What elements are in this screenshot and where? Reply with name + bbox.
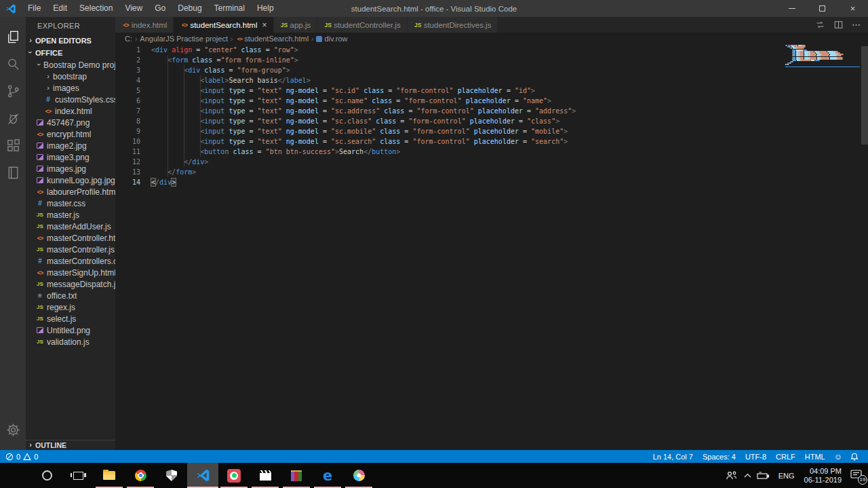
tab-index.html[interactable]: <>index.html bbox=[115, 17, 174, 33]
tree-item-master-css[interactable]: #master.css bbox=[26, 198, 115, 209]
menu-go[interactable]: Go bbox=[149, 0, 172, 17]
tree-item-mastercontroller-html[interactable]: <>masterController.html bbox=[26, 232, 115, 244]
code-line-12[interactable]: </div> bbox=[151, 157, 868, 167]
breadcrumb-item-studentsearch-html[interactable]: <>studentSearch.html bbox=[235, 35, 309, 43]
editor-scrollbar[interactable] bbox=[861, 46, 868, 145]
breadcrumb-item-angularjs-practise-project[interactable]: AngularJS Practise project bbox=[140, 35, 228, 43]
taskbar-winrar[interactable] bbox=[281, 463, 312, 488]
tree-item-457467-png[interactable]: 457467.png bbox=[26, 117, 115, 128]
problems-status[interactable]: 0 0 bbox=[0, 453, 38, 461]
activity-source-control[interactable] bbox=[0, 77, 26, 105]
tree-item-untitled-png[interactable]: Untitled.png bbox=[26, 324, 115, 336]
taskbar-vscode[interactable] bbox=[187, 463, 218, 488]
taskbar-paint-3d[interactable] bbox=[343, 463, 374, 488]
tree-item-masteradduser-js[interactable]: JSmasterAddUser.js bbox=[26, 221, 115, 232]
code-line-13[interactable]: </form> bbox=[151, 167, 868, 177]
open-editors-section[interactable]: › OPEN EDITORS bbox=[26, 35, 115, 47]
tree-item-regex-js[interactable]: JSregex.js bbox=[26, 301, 115, 313]
clock[interactable]: 04:09 PM 06-11-2019 bbox=[802, 467, 844, 485]
status-crlf[interactable]: CRLF bbox=[771, 453, 800, 461]
battery-icon[interactable] bbox=[757, 471, 772, 481]
code-area[interactable]: 1234567891011121314 <div align = "center… bbox=[115, 45, 868, 450]
tree-item-office-txt[interactable]: ≡office.txt bbox=[26, 290, 115, 301]
taskbar-defender[interactable] bbox=[156, 463, 187, 488]
menu-view[interactable]: View bbox=[119, 0, 149, 17]
taskbar-start[interactable] bbox=[0, 463, 31, 488]
code-line-9[interactable]: <input type = "text" ng-model = "sc.mobi… bbox=[151, 126, 868, 136]
code-line-2[interactable]: <form class ="form form-inline"> bbox=[151, 55, 868, 65]
status-html[interactable]: HTML bbox=[800, 453, 830, 461]
tree-item-mastersignup-html[interactable]: <>masterSignUp.html bbox=[26, 267, 115, 278]
tree-item-kunnellogo-jpg-jpg[interactable]: kunnelLogo.jpg.jpg bbox=[26, 174, 115, 186]
status-utf-8[interactable]: UTF-8 bbox=[741, 453, 771, 461]
taskbar-file-explorer[interactable] bbox=[94, 463, 125, 488]
tree-item-labourerprofile-html[interactable]: <>labourerProfile.html bbox=[26, 186, 115, 198]
code-line-8[interactable]: <input type = "text" ng-model = "sc.clas… bbox=[151, 116, 868, 126]
tree-item-validation-js[interactable]: JSvalidation.js bbox=[26, 336, 115, 348]
more-actions-icon[interactable]: ⋯ bbox=[852, 20, 861, 30]
menu-terminal[interactable]: Terminal bbox=[208, 0, 251, 17]
notification-center[interactable]: 19 bbox=[849, 468, 865, 483]
minimize-button[interactable] bbox=[776, 0, 807, 17]
minimap[interactable] bbox=[785, 45, 860, 67]
menu-help[interactable]: Help bbox=[251, 0, 280, 17]
tree-item-mastercontroller-js[interactable]: JSmasterController.js bbox=[26, 244, 115, 255]
code-line-10[interactable]: <input type = "text" ng-model = "sc.sear… bbox=[151, 136, 868, 147]
close-icon[interactable]: × bbox=[262, 20, 267, 30]
code-line-1[interactable]: <div align = "center" class = "row"> bbox=[151, 45, 868, 55]
breadcrumb-item-div-row[interactable]: div.row bbox=[316, 35, 347, 43]
activity-debug[interactable] bbox=[0, 105, 26, 132]
tree-item-image3-png[interactable]: image3.png bbox=[26, 151, 115, 163]
tree-item-select-js[interactable]: JSselect.js bbox=[26, 313, 115, 324]
code-line-3[interactable]: <div class = "form-group"> bbox=[151, 65, 868, 75]
status-ln-14-col-7[interactable]: Ln 14, Col 7 bbox=[648, 453, 698, 461]
activity-manage[interactable] bbox=[0, 416, 26, 443]
code-line-7[interactable]: <input type = "text" ng-model = "sc.addr… bbox=[151, 106, 868, 116]
tree-item-messagedispatch-js[interactable]: JSmessageDispatch.js bbox=[26, 278, 115, 290]
notifications-bell-icon[interactable] bbox=[846, 453, 863, 461]
tree-item-encrypt-html[interactable]: <>encrypt.html bbox=[26, 128, 115, 140]
maximize-button[interactable] bbox=[807, 0, 837, 17]
breadcrumb-item-c-[interactable]: C: bbox=[125, 35, 132, 43]
tree-item-master-js[interactable]: JSmaster.js bbox=[26, 209, 115, 221]
tree-item-image2-jpg[interactable]: image2.jpg bbox=[26, 140, 115, 151]
taskbar-task-view[interactable] bbox=[62, 463, 94, 488]
menu-edit[interactable]: Edit bbox=[47, 0, 73, 17]
activity-explorer[interactable] bbox=[0, 23, 26, 50]
code-line-4[interactable]: <label>Search basis</label> bbox=[151, 75, 868, 86]
outline-section[interactable]: › OUTLINE bbox=[26, 440, 115, 450]
activity-extensions[interactable] bbox=[0, 132, 26, 159]
code-line-6[interactable]: <input type = "text" ng-model = "sc.name… bbox=[151, 96, 868, 106]
tree-item-images[interactable]: ›images bbox=[26, 82, 115, 94]
close-button[interactable]: × bbox=[837, 0, 868, 17]
tree-item-images-jpg[interactable]: images.jpg bbox=[26, 163, 115, 174]
menu-selection[interactable]: Selection bbox=[73, 0, 119, 17]
activity-search[interactable] bbox=[0, 50, 26, 77]
tab-studentsearch.html[interactable]: <>studentSearch.html× bbox=[174, 17, 273, 33]
tree-item-index-html[interactable]: <>index.html bbox=[26, 105, 115, 117]
sync-icon[interactable] bbox=[815, 20, 825, 30]
code-line-11[interactable]: <button class = "btn btn-success">Search… bbox=[151, 147, 868, 157]
taskbar-chrome[interactable] bbox=[125, 463, 156, 488]
language-indicator[interactable]: ENG bbox=[776, 472, 797, 480]
code-line-5[interactable]: <input type = "text" ng-model = "sc.id" … bbox=[151, 86, 868, 96]
tree-item-boostrap-demo-project[interactable]: ›Boostrap Demo project bbox=[26, 59, 115, 71]
taskbar-movies-tv[interactable] bbox=[250, 463, 281, 488]
tree-item-mastercontrollers-css[interactable]: #masterControllers.css bbox=[26, 255, 115, 267]
tab-studentcontroller.js[interactable]: JSstudentController.js bbox=[317, 17, 407, 33]
people-icon[interactable] bbox=[725, 470, 738, 482]
taskbar-whatsapp[interactable] bbox=[218, 463, 250, 488]
code-line-14[interactable]: </div> bbox=[151, 177, 868, 187]
split-editor-icon[interactable] bbox=[833, 20, 844, 30]
tab-app.js[interactable]: JSapp.js bbox=[274, 17, 318, 33]
chevron-up-icon[interactable] bbox=[743, 472, 752, 479]
activity-notebook[interactable] bbox=[0, 159, 26, 186]
status-spaces-4[interactable]: Spaces: 4 bbox=[698, 453, 741, 461]
taskbar-cortana[interactable] bbox=[31, 463, 62, 488]
feedback-smiley-icon[interactable]: ☺ bbox=[830, 452, 846, 462]
menu-debug[interactable]: Debug bbox=[172, 0, 208, 17]
taskbar-edge[interactable]: e bbox=[312, 463, 343, 488]
tree-item-bootstrap[interactable]: ›bootstrap bbox=[26, 71, 115, 82]
tab-studentdirectives.js[interactable]: JSstudentDirectives.js bbox=[408, 17, 498, 33]
menu-file[interactable]: File bbox=[22, 0, 47, 17]
